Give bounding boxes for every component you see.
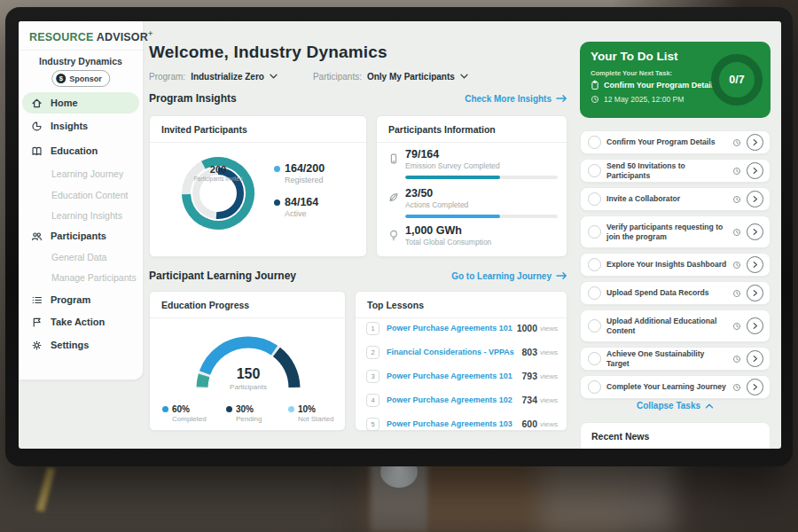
- sidebar-item-label: Participants: [51, 231, 106, 241]
- sidebar-item-take-action[interactable]: Take Action: [19, 312, 143, 332]
- sidebar-divider: [19, 50, 143, 51]
- sidebar-item-program[interactable]: Program: [19, 290, 143, 309]
- actions-icon: [387, 191, 400, 204]
- task-checkbox[interactable]: [588, 319, 601, 332]
- lesson-row: 4 Power Purchase Agreements 102 734 view…: [366, 392, 558, 408]
- task-open-button[interactable]: [747, 256, 763, 273]
- participants-icon: [31, 231, 43, 242]
- sponsor-badge[interactable]: $ Sponsor: [51, 70, 110, 87]
- collapse-tasks-label: Collapse Tasks: [637, 401, 700, 411]
- task-checkbox[interactable]: [588, 164, 601, 177]
- chevron-down-icon[interactable]: [460, 74, 468, 80]
- clock-icon: [732, 289, 741, 298]
- sidebar-item-label: Settings: [51, 340, 89, 350]
- lesson-rank: 1: [366, 322, 379, 335]
- sidebar-item-education-content[interactable]: Education Content: [19, 185, 143, 205]
- program-filter-select[interactable]: Industrialize Zero: [191, 72, 264, 82]
- chevron-right-icon: [752, 322, 758, 330]
- todo-next-task: Confirm Your Program Details: [591, 80, 717, 90]
- home-icon: [31, 98, 43, 109]
- task-open-button[interactable]: [747, 350, 763, 367]
- invited-participants-donut: 200 Participants Invited: [152, 145, 285, 251]
- stat-value: 23/50: [405, 187, 558, 200]
- lesson-link[interactable]: Power Purchase Agreements 103: [387, 419, 521, 428]
- task-open-button[interactable]: [747, 317, 763, 334]
- sidebar-item-home[interactable]: Home: [22, 92, 139, 113]
- stat-value: 1,000 GWh: [405, 224, 558, 237]
- sidebar-item-label: Take Action: [51, 317, 105, 327]
- consumption-icon: [387, 228, 400, 242]
- progress-fill: [405, 176, 500, 179]
- lesson-link[interactable]: Financial Considerations - VPPAs: [387, 348, 521, 356]
- collapse-tasks-link[interactable]: Collapse Tasks: [580, 401, 771, 411]
- task-row[interactable]: Verify participants requesting to join t…: [580, 215, 771, 248]
- task-row[interactable]: Achieve One Sustainability Target: [580, 347, 771, 371]
- sidebar-item-general-data[interactable]: General Data: [19, 247, 143, 267]
- legend-dot: [288, 406, 294, 412]
- participants-filter-select[interactable]: Only My Participants: [367, 72, 455, 82]
- task-checkbox[interactable]: [588, 258, 601, 271]
- task-open-button[interactable]: [747, 285, 763, 301]
- sidebar-item-learning-insights[interactable]: Learning Insights: [19, 206, 143, 225]
- task-checkbox[interactable]: [588, 225, 601, 239]
- invited-participants-card: Invited Participants 200 Participants In…: [149, 115, 367, 257]
- task-open-button[interactable]: [747, 134, 763, 151]
- lesson-rank: 2: [366, 346, 379, 359]
- check-more-insights-link[interactable]: Check More Insights: [465, 94, 567, 104]
- go-to-learning-journey-link[interactable]: Go to Learning Journey: [451, 271, 567, 281]
- task-checkbox[interactable]: [588, 352, 601, 365]
- task-label: Invite a Collaborator: [606, 194, 727, 204]
- lesson-views-label: views: [540, 372, 558, 380]
- sidebar-item-insights[interactable]: Insights: [19, 116, 143, 136]
- task-checkbox[interactable]: [588, 286, 601, 300]
- chevron-right-icon: [752, 195, 758, 203]
- sidebar-item-manage-participants[interactable]: Manage Participants: [19, 268, 143, 287]
- legend-completed: 60% Completed: [162, 404, 224, 423]
- stat-consumption: 1,000 GWh Total Global Consumption: [387, 224, 558, 246]
- lesson-link[interactable]: Power Purchase Agreements 102: [387, 395, 521, 404]
- lesson-rank: 4: [366, 394, 379, 407]
- sidebar-item-learning-journey[interactable]: Learning Journey: [19, 164, 143, 184]
- sidebar-item-education[interactable]: Education: [19, 141, 143, 160]
- task-checkbox[interactable]: [588, 192, 601, 206]
- sidebar-item-label: Manage Participants: [51, 272, 137, 283]
- task-open-button[interactable]: [747, 379, 763, 395]
- clock-icon: [732, 322, 741, 331]
- task-row[interactable]: Send 50 Invitations to Participants: [580, 159, 771, 183]
- task-row[interactable]: Upload Spend Data Records: [580, 281, 771, 305]
- todo-progress-ring: 0/7: [711, 54, 763, 106]
- lesson-link[interactable]: Power Purchase Agreements 101: [387, 324, 517, 332]
- legend-pending: 30% Pending: [226, 404, 288, 423]
- participants-information-card: Participants Information 79/164 Emission…: [376, 115, 567, 257]
- legend-dot: [274, 166, 280, 172]
- stat-value: 79/164: [405, 148, 558, 160]
- task-row[interactable]: Invite a Collaborator: [580, 187, 771, 211]
- task-checkbox[interactable]: [588, 136, 601, 149]
- task-open-button[interactable]: [747, 223, 763, 240]
- task-row[interactable]: Upload Additional Educational Content: [580, 309, 771, 342]
- clock-icon: [732, 355, 741, 364]
- sidebar-item-participants[interactable]: Participants: [19, 226, 143, 246]
- task-row[interactable]: Confirm Your Program Details: [580, 130, 771, 154]
- task-label: Explore Your Insights Dashboard: [606, 260, 727, 270]
- legend-label: Pending: [236, 415, 288, 423]
- todo-due-label: 12 May 2025, 12:00 PM: [604, 95, 684, 104]
- task-label: Confirm Your Program Details: [606, 137, 727, 147]
- lesson-rank: 5: [366, 418, 379, 431]
- lesson-link[interactable]: Power Purchase Agreements 101: [387, 372, 521, 380]
- gauge-center: 150 Participants: [204, 366, 293, 391]
- task-label: Verify participants requesting to join t…: [606, 223, 727, 241]
- clock-icon: [732, 167, 741, 176]
- task-row[interactable]: Explore Your Insights Dashboard: [580, 253, 771, 277]
- chevron-down-icon[interactable]: [270, 74, 278, 80]
- legend-value: 10%: [298, 404, 316, 414]
- brand-plus: +: [148, 29, 153, 38]
- brand-logo: RESOURCE ADVISOR+: [29, 29, 153, 43]
- sidebar-item-settings[interactable]: Settings: [19, 335, 143, 355]
- gauge-center-label: Participants: [204, 383, 293, 391]
- task-checkbox[interactable]: [588, 380, 601, 394]
- org-name: Industry Dynamics: [19, 56, 143, 66]
- task-open-button[interactable]: [747, 191, 763, 207]
- task-open-button[interactable]: [747, 162, 763, 179]
- task-row[interactable]: Complete Your Learning Journey: [580, 375, 771, 399]
